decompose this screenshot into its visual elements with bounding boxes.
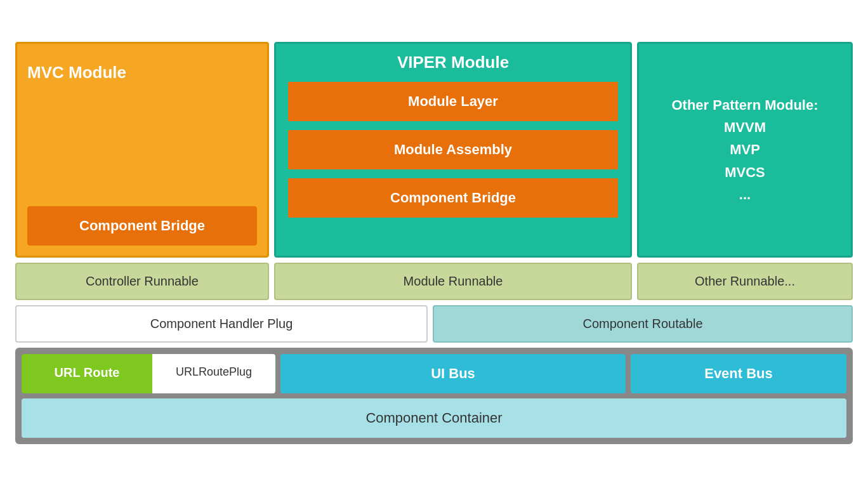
handler-routable-row: Component Handler Plug Component Routabl…	[15, 305, 853, 343]
other-module-title: Other Pattern Module:MVVMMVPMVCS...	[671, 94, 818, 206]
event-bus: Event Bus	[631, 354, 846, 393]
ui-bus: UI Bus	[280, 354, 626, 393]
modules-row: MVC Module Component Bridge VIPER Module…	[15, 42, 853, 258]
other-pattern-module: Other Pattern Module:MVVMMVPMVCS...	[637, 42, 853, 258]
viper-module-layer: Module Layer	[286, 80, 620, 123]
bus-row: URL Route URLRoutePlug UI Bus Event Bus	[22, 354, 846, 393]
mvc-module-title: MVC Module	[27, 63, 126, 82]
mvc-component-bridge: Component Bridge	[27, 206, 257, 246]
component-container: Component Container	[22, 398, 846, 438]
component-handler-plug: Component Handler Plug	[15, 305, 428, 343]
viper-module: VIPER Module Module Layer Module Assembl…	[274, 42, 632, 258]
viper-module-assembly: Module Assembly	[286, 128, 620, 171]
container-row: Component Container	[22, 398, 846, 438]
url-route: URL Route	[22, 354, 152, 393]
controller-runnable: Controller Runnable	[15, 263, 269, 300]
viper-title: VIPER Module	[286, 53, 620, 72]
bottom-section: URL Route URLRoutePlug UI Bus Event Bus …	[15, 348, 853, 444]
mvc-module: MVC Module Component Bridge	[15, 42, 269, 258]
module-runnable: Module Runnable	[274, 263, 632, 300]
url-route-group: URL Route URLRoutePlug	[22, 354, 275, 393]
viper-component-bridge: Component Bridge	[286, 176, 620, 220]
runnables-row: Controller Runnable Module Runnable Othe…	[15, 263, 853, 300]
url-route-plug: URLRoutePlug	[152, 354, 275, 393]
other-runnable: Other Runnable...	[637, 263, 853, 300]
component-routable: Component Routable	[433, 305, 853, 343]
architecture-diagram: MVC Module Component Bridge VIPER Module…	[9, 36, 859, 450]
